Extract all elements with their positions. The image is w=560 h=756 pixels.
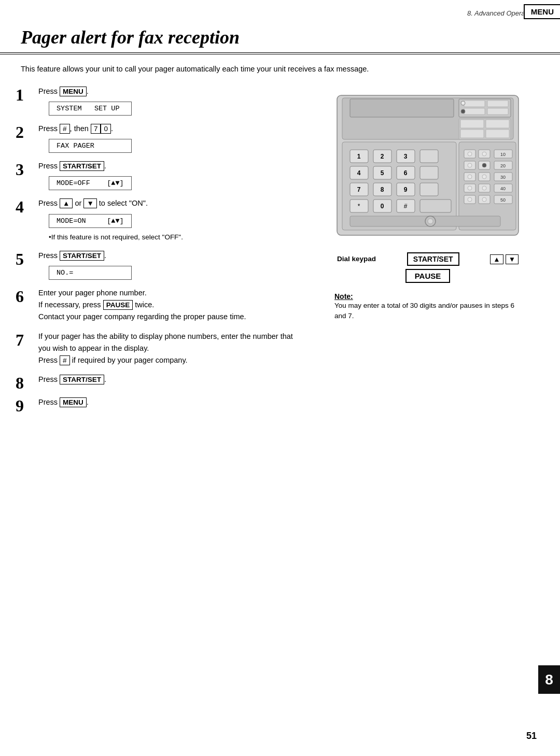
display-mode-on: MODE=ON [▲▼]	[49, 214, 132, 228]
step-num-8: 8	[16, 375, 33, 391]
svg-text:2: 2	[381, 153, 384, 160]
svg-point-77	[428, 219, 433, 224]
svg-text:0: 0	[381, 203, 384, 210]
svg-rect-5	[487, 101, 508, 107]
svg-point-60	[482, 175, 486, 179]
step-4-bullet: •If this feature is not required, select…	[49, 232, 301, 243]
step-num-3: 3	[16, 161, 33, 178]
step-4-text: Press ▲ or ▼ to select "ON".	[38, 197, 301, 209]
step-num-6: 6	[16, 288, 33, 305]
svg-text:6: 6	[404, 169, 408, 177]
intro-text: This feature allows your unit to call yo…	[0, 64, 560, 85]
fax-machine-diagram: 1 2 3 4 5 6 7 8 9	[334, 93, 521, 248]
menu-key-9: MENU	[60, 397, 87, 407]
step-5: 5 Press START/SET. NO.=	[16, 250, 301, 282]
step-9-text: Press MENU.	[38, 396, 301, 408]
step-num-9: 9	[16, 397, 33, 414]
svg-point-64	[482, 197, 486, 202]
step-num-1: 1	[16, 87, 33, 103]
step-content-7: If your pager has the ability to display…	[38, 331, 301, 369]
startset-key-8: START/SET	[60, 375, 104, 384]
svg-rect-13	[460, 130, 484, 138]
hash-key: #	[60, 124, 70, 134]
svg-text:50: 50	[500, 197, 506, 203]
display-system-setup: SYSTEM SET UP	[49, 102, 132, 116]
step-content-6: Enter your pager phone number. If necess…	[38, 287, 301, 325]
page-number: 51	[526, 731, 537, 741]
step-content-2: Press #, then 70. FAX PAGER	[38, 123, 301, 155]
svg-text:#: #	[404, 203, 408, 210]
menu-button-diagram: MENU	[524, 4, 560, 19]
svg-text:3: 3	[404, 153, 408, 160]
key-0: 0	[101, 124, 111, 134]
display-mode-off: MODE=OFF [▲▼]	[49, 176, 132, 190]
step-content-1: Press MENU. SYSTEM SET UP	[38, 85, 301, 118]
step-3: 3 Press START/SET. MODE=OFF [▲▼]	[16, 160, 301, 192]
svg-rect-11	[460, 120, 484, 128]
svg-point-56	[482, 152, 486, 156]
note-title: Note:	[334, 292, 521, 301]
step-num-2: 2	[16, 124, 33, 140]
svg-rect-4	[464, 101, 485, 107]
svg-text:8: 8	[381, 186, 384, 193]
svg-rect-7	[487, 108, 508, 115]
step-7-text: If your pager has the ability to display…	[38, 331, 301, 367]
step-8: 8 Press START/SET.	[16, 374, 301, 391]
svg-rect-12	[486, 120, 509, 128]
svg-text:4: 4	[357, 169, 361, 177]
step-5-text: Press START/SET.	[38, 250, 301, 262]
diagram-labels: Dial keypad START/SET ▲ ▼	[334, 252, 521, 266]
step-9: 9 Press MENU.	[16, 396, 301, 414]
svg-text:5: 5	[381, 169, 384, 177]
display-no: NO.=	[49, 266, 132, 280]
note-section: Note: You may enter a total of 30 digits…	[334, 292, 521, 322]
step-6-text: Enter your pager phone number. If necess…	[38, 287, 301, 323]
svg-rect-37	[420, 183, 438, 196]
svg-point-46	[468, 152, 472, 156]
svg-rect-2	[350, 99, 454, 117]
svg-point-50	[468, 175, 472, 179]
step-content-9: Press MENU.	[38, 396, 301, 410]
step-1-text: Press MENU.	[38, 85, 301, 97]
right-column: MENU	[311, 85, 544, 419]
startset-key-3: START/SET	[60, 161, 104, 171]
svg-point-54	[468, 197, 472, 202]
note-text: You may enter a total of 30 digits and/o…	[334, 301, 521, 322]
svg-point-9	[461, 109, 465, 113]
svg-point-58	[482, 163, 486, 167]
up-arrow-diagram: ▲	[490, 254, 503, 264]
svg-text:7: 7	[357, 186, 361, 193]
svg-text:40: 40	[500, 186, 506, 191]
start-set-diagram-button: START/SET	[407, 252, 459, 266]
pause-btn-wrap: PAUSE	[334, 269, 521, 283]
svg-rect-30	[420, 166, 438, 179]
svg-rect-44	[420, 199, 451, 212]
arrow-buttons-diagram: ▲ ▼	[490, 255, 519, 263]
step-content-8: Press START/SET.	[38, 374, 301, 388]
step-content-5: Press START/SET. NO.=	[38, 250, 301, 282]
step-num-5: 5	[16, 251, 33, 267]
step-4: 4 Press ▲ or ▼ to select "ON". MODE=ON […	[16, 197, 301, 244]
step-num-7: 7	[16, 332, 33, 348]
dial-keypad-label: Dial keypad	[337, 255, 376, 263]
svg-point-48	[468, 163, 472, 167]
svg-point-8	[461, 101, 465, 105]
svg-rect-14	[486, 130, 509, 138]
display-fax-pager: FAX PAGER	[49, 139, 132, 153]
step-6: 6 Enter your pager phone number. If nece…	[16, 287, 301, 325]
svg-text:20: 20	[500, 163, 506, 168]
up-arrow-key: ▲	[60, 198, 73, 208]
svg-text:*: *	[358, 203, 360, 210]
page-title: Pager alert for fax reception	[0, 17, 560, 54]
step-content-4: Press ▲ or ▼ to select "ON". MODE=ON [▲▼…	[38, 197, 301, 244]
startset-key-5: START/SET	[60, 251, 104, 261]
svg-rect-6	[464, 108, 485, 115]
down-arrow-diagram: ▼	[506, 254, 519, 264]
key-7: 7	[91, 124, 101, 134]
hash-key-7: #	[60, 355, 70, 365]
main-content: 1 Press MENU. SYSTEM SET UP 2 Press #, t…	[0, 85, 560, 419]
section-header: 8. Advanced Operations	[0, 0, 560, 17]
svg-point-62	[482, 186, 486, 190]
step-content-3: Press START/SET. MODE=OFF [▲▼]	[38, 160, 301, 192]
step-8-text: Press START/SET.	[38, 374, 301, 386]
